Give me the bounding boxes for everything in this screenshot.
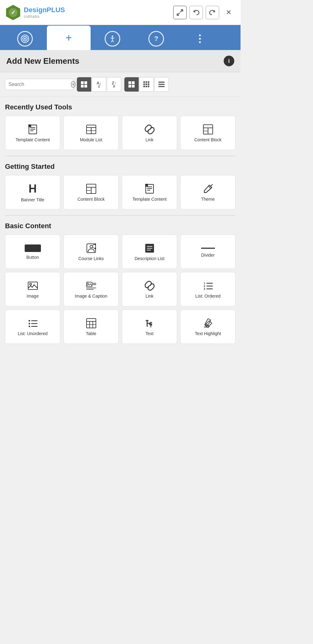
svg-rect-24 — [143, 83, 145, 85]
section-title: Add New Elements — [6, 56, 79, 66]
add-icon: + — [65, 32, 72, 43]
svg-rect-31 — [158, 84, 165, 85]
svg-rect-17 — [128, 81, 131, 84]
tool-list-unordered-label: List: Unordered — [18, 331, 48, 336]
tool-image-caption-label: Image & Caption — [75, 293, 107, 299]
header-actions: ✕ — [173, 6, 236, 19]
link-icon — [145, 124, 155, 134]
svg-rect-28 — [146, 86, 147, 87]
tool-image[interactable]: Image — [5, 272, 60, 306]
tool-description-list-label: Description List — [135, 256, 165, 261]
svg-rect-27 — [143, 86, 145, 87]
tool-list-unordered[interactable]: List: Unordered — [5, 309, 60, 344]
tool-template-content-2[interactable]: Template Content — [122, 175, 177, 209]
filter-za-button[interactable]: Z↑A — [107, 77, 121, 92]
search-box: ✕ — [5, 79, 74, 90]
svg-rect-30 — [158, 82, 165, 83]
search-input[interactable] — [8, 82, 71, 87]
tool-image-label: Image — [27, 293, 39, 299]
logo-icon: ✓ — [5, 4, 21, 21]
target-icon — [17, 31, 33, 47]
tool-text[interactable]: ¶ Text — [122, 309, 177, 344]
content-block-2-icon — [86, 184, 96, 194]
logo-design-label: DesignPLUS — [24, 6, 65, 14]
tool-banner-title[interactable]: H Banner Title — [5, 175, 60, 209]
tab-help[interactable]: ? — [134, 28, 178, 50]
tab-accessibility[interactable] — [91, 28, 134, 50]
tool-table[interactable]: Table — [63, 309, 119, 344]
basic-content-grid: Button Course Links — [5, 234, 236, 344]
tool-description-list[interactable]: Description List — [122, 234, 177, 269]
svg-rect-22 — [146, 81, 147, 83]
view-grid-small-button[interactable] — [139, 77, 154, 92]
tool-list-ordered-label: List: Ordered — [195, 293, 221, 299]
content-block-icon — [203, 124, 213, 134]
more-icon — [199, 34, 201, 43]
tool-template-content-label: Template Content — [16, 137, 50, 143]
category-getting-started: Getting Started H Banner Title Content B… — [0, 156, 241, 215]
tool-text-label: Text — [146, 331, 154, 336]
svg-point-70 — [30, 283, 32, 285]
filter-group: A↓Z Z↑A — [77, 77, 121, 92]
tool-link-2[interactable]: Link — [122, 272, 177, 306]
info-button[interactable]: i — [224, 56, 234, 66]
svg-rect-23 — [148, 81, 149, 83]
logo-text: DesignPLUS cidilabs — [24, 6, 65, 19]
tab-target[interactable] — [3, 28, 47, 50]
svg-rect-14 — [84, 81, 87, 84]
category-basic-content-title: Basic Content — [5, 222, 236, 230]
tool-divider-label: Divider — [201, 252, 215, 258]
svg-text:✓: ✓ — [11, 9, 16, 16]
svg-rect-57 — [25, 244, 41, 252]
expand-button[interactable] — [173, 6, 187, 19]
image-icon — [28, 281, 38, 291]
logo-area: ✓ DesignPLUS cidilabs — [5, 4, 65, 21]
link-2-icon — [145, 281, 155, 291]
svg-text:3: 3 — [204, 287, 205, 290]
tool-link[interactable]: Link — [122, 116, 177, 150]
tool-template-content[interactable]: Template Content — [5, 116, 60, 150]
svg-point-72 — [87, 283, 88, 284]
svg-rect-13 — [81, 81, 84, 84]
content-area: Recently Used Tools Template Content — [0, 97, 241, 350]
svg-rect-15 — [81, 85, 84, 88]
close-button[interactable]: ✕ — [222, 6, 236, 19]
tool-module-list[interactable]: Module List — [63, 116, 119, 150]
tool-divider[interactable]: Divider — [180, 234, 236, 269]
undo-button[interactable] — [189, 6, 203, 19]
tool-list-ordered[interactable]: 1 2 3 List: Ordered — [180, 272, 236, 306]
tool-text-highlight[interactable]: Text Highlight — [180, 309, 236, 344]
text-icon: ¶ — [145, 318, 155, 328]
svg-rect-18 — [132, 81, 135, 84]
view-list-button[interactable] — [154, 77, 169, 92]
recently-used-grid: Template Content Module List Link — [5, 116, 236, 150]
svg-rect-89 — [87, 319, 96, 328]
redo-button[interactable] — [206, 6, 219, 19]
tool-text-highlight-label: Text Highlight — [195, 331, 221, 336]
svg-rect-25 — [146, 83, 147, 85]
text-highlight-icon — [203, 318, 213, 328]
svg-rect-26 — [148, 83, 149, 85]
tab-add[interactable]: + — [47, 26, 91, 50]
filter-az-button[interactable]: A↓Z — [92, 77, 106, 92]
svg-rect-54 — [145, 184, 148, 187]
tab-more[interactable] — [178, 28, 222, 50]
list-ordered-icon: 1 2 3 — [203, 281, 213, 291]
nav-tabs: + ? — [0, 25, 241, 50]
search-clear-button[interactable]: ✕ — [71, 81, 76, 88]
view-grid-large-button[interactable] — [124, 77, 139, 92]
tool-button-label: Button — [26, 254, 39, 260]
filter-category-button[interactable] — [77, 77, 91, 92]
svg-point-63 — [94, 248, 96, 249]
tool-course-links[interactable]: Course Links — [63, 234, 119, 269]
tool-theme[interactable]: Theme — [180, 175, 236, 209]
button-icon — [25, 244, 41, 252]
svg-rect-29 — [148, 86, 149, 87]
svg-rect-32 — [158, 86, 165, 87]
tool-image-caption[interactable]: Image & Caption — [63, 272, 119, 306]
svg-rect-21 — [143, 81, 145, 83]
tool-button[interactable]: Button — [5, 234, 60, 269]
svg-rect-37 — [28, 124, 31, 127]
tool-content-block-2[interactable]: Content Block — [63, 175, 119, 209]
tool-content-block[interactable]: Content Block — [180, 116, 236, 150]
